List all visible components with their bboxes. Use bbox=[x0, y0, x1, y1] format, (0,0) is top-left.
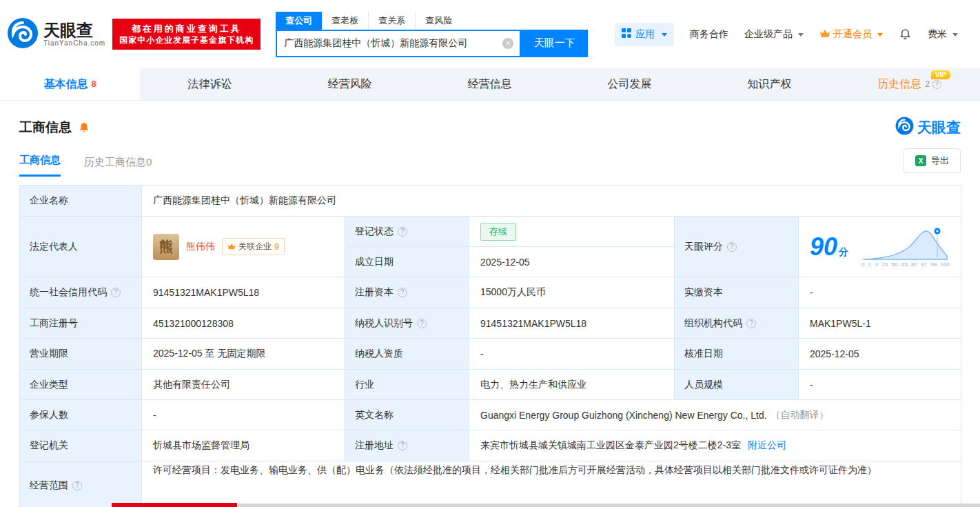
export-button[interactable]: X 导出 bbox=[904, 148, 961, 173]
search-tab-relation[interactable]: 查关系 bbox=[369, 12, 416, 30]
bottom-partial-banner bbox=[0, 503, 980, 507]
tab-company-development[interactable]: 公司发展 bbox=[560, 68, 700, 100]
apps-label: 应用 bbox=[635, 28, 655, 41]
field-label-credit-code: 统一社会信用代码? bbox=[20, 277, 142, 308]
field-value-company-type: 其他有限责任公司 bbox=[142, 370, 345, 400]
search-tab-risk[interactable]: 查风险 bbox=[416, 12, 462, 30]
field-label-insured-count: 参保人数 bbox=[20, 400, 142, 430]
field-label-english-name: 英文名称 bbox=[345, 400, 469, 430]
field-label-reg-authority: 登记机关 bbox=[20, 430, 142, 461]
header: 天眼查 TianYanCha.com 都在用的商业查询工具 国家中小企业发展子基… bbox=[0, 0, 980, 68]
field-value-business-term: 2025-12-05 至 无固定期限 bbox=[142, 339, 345, 370]
search-tabs: 查公司 查老板 查关系 查风险 bbox=[276, 12, 588, 30]
field-value-english-name: Guangxi Energy Group Guizhong (Xincheng)… bbox=[469, 400, 961, 430]
field-label-taxpayer-id: 纳税人识别号? bbox=[345, 308, 469, 339]
open-vip-menu[interactable]: 开通会员 bbox=[819, 28, 883, 41]
field-label-reg-number: 工商注册号 bbox=[20, 308, 142, 339]
search-tab-boss[interactable]: 查老板 bbox=[322, 12, 369, 30]
field-label-legal-rep: 法定代表人 bbox=[20, 217, 142, 277]
header-right: 应用 商务合作 企业级产品 开通会员 费米 bbox=[615, 23, 980, 46]
user-menu[interactable]: 费米 bbox=[928, 28, 958, 41]
help-icon[interactable]: ? bbox=[398, 441, 407, 450]
tab-count: 2 bbox=[925, 79, 930, 89]
clear-search-icon[interactable]: × bbox=[502, 38, 513, 49]
field-value-score: 90分 013155065879799100 bbox=[799, 217, 961, 277]
help-icon[interactable]: ? bbox=[72, 481, 82, 490]
notifications-button[interactable] bbox=[899, 27, 912, 42]
brand-logo-icon bbox=[895, 117, 914, 138]
field-value-org-code: MAK1PW5L-1 bbox=[799, 308, 961, 339]
field-value-legal-rep: 熊 熊伟伟 关联企业 9 bbox=[142, 217, 345, 277]
brand-name: 天眼查 bbox=[917, 118, 961, 137]
help-icon[interactable]: ? bbox=[398, 227, 407, 237]
field-value-reg-address: 来宾市忻城县城关镇城南工业园区金泰产业园2号楼二楼2-3室附近公司 bbox=[469, 430, 961, 461]
score-chart: 013155065879799100 bbox=[861, 226, 950, 268]
field-label-approval-date: 核准日期 bbox=[675, 339, 799, 370]
field-label-staff-size: 人员规模 bbox=[675, 370, 799, 400]
score-axis-ticks: 013155065879799100 bbox=[861, 261, 950, 268]
legal-rep-avatar[interactable]: 熊 bbox=[153, 234, 179, 260]
tab-history-info[interactable]: VIP 历史信息 2 ? bbox=[839, 68, 979, 100]
apps-menu[interactable]: 应用 bbox=[615, 23, 674, 46]
enterprise-products-menu[interactable]: 企业级产品 bbox=[744, 28, 804, 41]
crown-icon bbox=[227, 242, 236, 252]
field-label-business-scope: 经营范围? bbox=[20, 461, 142, 507]
excel-icon: X bbox=[915, 155, 926, 166]
legal-rep-name-link[interactable]: 熊伟伟 bbox=[186, 241, 215, 253]
promo-line2: 国家中小企业发展子基金旗下机构 bbox=[119, 34, 254, 46]
field-value-industry: 电力、热力生产和供应业 bbox=[469, 370, 675, 400]
section-title: 工商信息 bbox=[19, 119, 72, 137]
field-value-taxpayer-id: 91451321MAK1PW5L18 bbox=[469, 308, 675, 339]
business-cooperation-link[interactable]: 商务合作 bbox=[690, 28, 728, 41]
tianyancha-logo[interactable]: 天眼查 TianYanCha.com bbox=[7, 17, 105, 52]
search-area: 查公司 查老板 查关系 查风险 × 天眼一下 bbox=[276, 12, 588, 57]
field-value-reg-authority: 忻城县市场监督管理局 bbox=[142, 430, 345, 461]
help-icon[interactable]: ? bbox=[111, 288, 121, 297]
subtab-business-info[interactable]: 工商信息 bbox=[19, 154, 61, 177]
brand-watermark: 天眼查 bbox=[895, 117, 961, 138]
score-unit: 分 bbox=[839, 246, 848, 257]
field-label-industry: 行业 bbox=[345, 370, 469, 400]
field-value-reg-number: 451321000128308 bbox=[142, 308, 345, 339]
search-input[interactable] bbox=[277, 38, 502, 49]
help-icon[interactable]: ? bbox=[417, 319, 427, 328]
auto-translate-note: （自动翻译） bbox=[771, 409, 829, 421]
caret-down-icon bbox=[798, 33, 804, 39]
search-button[interactable]: 天眼一下 bbox=[521, 30, 588, 57]
help-icon[interactable]: ? bbox=[727, 242, 737, 252]
vip-badge: VIP bbox=[931, 70, 950, 79]
related-companies-badge[interactable]: 关联企业 9 bbox=[222, 238, 285, 255]
tab-operating-risk[interactable]: 经营风险 bbox=[280, 68, 420, 100]
status-badge: 存续 bbox=[480, 223, 516, 241]
field-label-paid-capital: 实缴资本 bbox=[675, 277, 799, 308]
business-info-table: 企业名称 广西能源集团桂中（忻城）新能源有限公司 法定代表人 熊 熊伟伟 关联企… bbox=[19, 185, 961, 507]
logo-title: 天眼查 bbox=[43, 21, 105, 39]
field-label-reg-address: 注册地址? bbox=[345, 430, 469, 461]
nearby-companies-link[interactable]: 附近公司 bbox=[748, 439, 786, 452]
field-label-score: 天眼评分? bbox=[675, 217, 799, 277]
field-label-business-term: 营业期限 bbox=[20, 339, 142, 370]
field-value-establish-date: 2025-12-05 bbox=[469, 247, 675, 277]
tab-count: 8 bbox=[91, 79, 96, 89]
tab-business-info[interactable]: 经营信息 bbox=[420, 68, 560, 100]
field-value-staff-size: - bbox=[799, 370, 961, 400]
field-value-credit-code: 91451321MAK1PW5L18 bbox=[142, 277, 345, 308]
apps-grid-icon bbox=[622, 28, 631, 40]
tab-legal-proceedings[interactable]: 法律诉讼 bbox=[140, 68, 280, 100]
tab-basic-info[interactable]: 基本信息8 bbox=[0, 68, 140, 100]
field-value-insured-count: - bbox=[142, 400, 345, 430]
bottom-banner-gray-segment bbox=[237, 504, 980, 507]
subtab-history-business-info[interactable]: 历史工商信息0 bbox=[84, 156, 152, 177]
field-value-reg-capital: 15000万人民币 bbox=[469, 277, 675, 308]
help-icon[interactable]: ? bbox=[746, 319, 756, 328]
help-icon[interactable]: ? bbox=[932, 80, 941, 89]
caret-down-icon bbox=[952, 33, 958, 39]
main-content: 工商信息 天眼查 工商信息 历史工商信息0 X 导出 企业名称 广西能源集团桂中… bbox=[0, 117, 980, 507]
tab-intellectual-property[interactable]: 知识产权 bbox=[700, 68, 839, 100]
help-icon[interactable]: ? bbox=[398, 288, 407, 297]
subscribe-bell-icon[interactable] bbox=[78, 121, 90, 134]
score-value: 90 bbox=[810, 232, 837, 261]
search-tab-company[interactable]: 查公司 bbox=[276, 12, 322, 30]
field-value-approval-date: 2025-12-05 bbox=[799, 339, 961, 370]
promo-line1: 都在用的商业查询工具 bbox=[119, 23, 254, 34]
